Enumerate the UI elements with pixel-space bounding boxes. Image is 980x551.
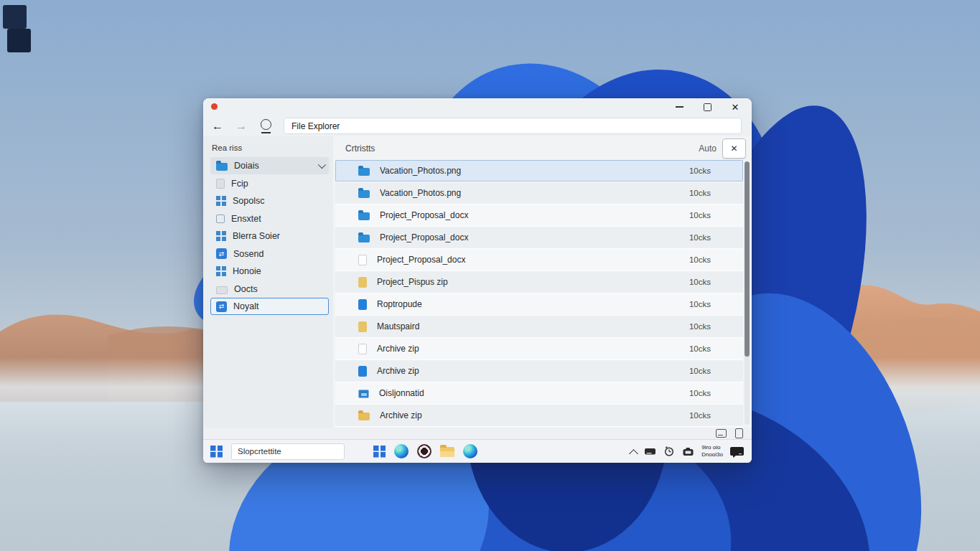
sidebar-item-icon: [216, 163, 228, 171]
circle-underline-icon[interactable]: [261, 119, 271, 133]
sidebar-item-label: Noyalt: [233, 301, 258, 311]
file-name: Project_Proposal_docx: [377, 255, 465, 265]
sidebar-item[interactable]: Oocts: [210, 281, 329, 298]
red-dot-icon: [211, 103, 218, 110]
scrollbar-thumb[interactable]: [745, 161, 750, 357]
auto-label: Auto: [699, 143, 717, 154]
sidebar-header: Rea riss: [210, 141, 329, 157]
forward-button[interactable]: →: [235, 121, 247, 132]
hidden-icons-chevron-icon[interactable]: [630, 448, 637, 455]
list-close-button[interactable]: ✕: [722, 138, 746, 159]
sidebar-item-icon: [216, 266, 226, 276]
file-size: 10cks: [689, 189, 711, 197]
sidebar-item[interactable]: Fcip: [210, 175, 329, 192]
display-icon[interactable]: [644, 446, 656, 456]
sidebar-item[interactable]: Honoie: [210, 263, 329, 280]
opera-browser-icon[interactable]: [417, 444, 431, 458]
sidebar-item-label: Sosend: [233, 249, 263, 259]
file-row[interactable]: Project_Proposal_docx 10cks: [335, 227, 743, 249]
file-row[interactable]: Archive zip 10cks: [335, 338, 743, 360]
tray-line2: Dnooi3o: [701, 451, 723, 458]
file-size: 10cks: [689, 278, 711, 286]
windows-logo-icon[interactable]: [373, 446, 386, 458]
taskbar-search-input[interactable]: Slopcrtettite: [231, 443, 345, 460]
edge-browser-icon[interactable]: [394, 444, 409, 458]
sidebar-item-icon: [216, 196, 226, 206]
address-bar[interactable]: File Explorer: [284, 118, 742, 134]
tray-line1: 9iro oio: [701, 444, 723, 451]
sidebar-item[interactable]: Ensxtet: [210, 210, 329, 227]
details-view-icon[interactable]: [716, 429, 727, 438]
file-size: 10cks: [689, 389, 711, 397]
file-row[interactable]: Project_Pispus zip 10cks: [335, 271, 743, 293]
file-size: 10cks: [689, 166, 711, 175]
taskbar-search-text: Slopcrtettite: [238, 447, 281, 456]
desktop: ✕ ← → File Explorer Rea riss Doiais: [0, 0, 980, 551]
file-name: Project_Proposal_docx: [380, 210, 468, 220]
file-explorer-icon[interactable]: [440, 447, 454, 457]
windows-start-icon[interactable]: [210, 446, 223, 458]
sidebar: Rea riss Doiais Fcip: [203, 136, 333, 428]
file-size: 10cks: [689, 255, 711, 264]
file-type-icon: [358, 299, 367, 310]
file-row[interactable]: Vacation_Photos.png 10cks: [335, 160, 743, 182]
file-size: 10cks: [689, 367, 711, 375]
file-row[interactable]: Project_Proposal_docx 10cks: [335, 249, 743, 271]
notification-icon[interactable]: [730, 446, 745, 458]
file-type-icon: [358, 235, 370, 242]
taskbar: Slopcrtettite: [203, 439, 752, 463]
back-button[interactable]: ←: [212, 121, 223, 132]
titlebar[interactable]: ✕: [203, 98, 752, 116]
edge-browser-icon[interactable]: [463, 444, 477, 458]
desktop-artifact-square: [7, 29, 31, 52]
minimize-button[interactable]: [674, 102, 684, 112]
file-row[interactable]: Mautspaird 10cks: [335, 316, 743, 338]
camera-icon[interactable]: [682, 446, 694, 457]
thumbnail-view-icon[interactable]: [735, 428, 743, 438]
sidebar-item-icon: [216, 179, 225, 189]
sidebar-item-label: Honoie: [233, 266, 261, 276]
tray-clock-text[interactable]: 9iro oio Dnooi3o: [701, 444, 723, 458]
address-text: File Explorer: [291, 121, 340, 131]
file-type-icon: [358, 255, 367, 265]
file-size: 10cks: [689, 211, 711, 220]
file-name: Vacation_Photos.png: [380, 166, 461, 176]
file-row[interactable]: Vacation_Photos.png 10cks: [335, 182, 743, 204]
file-row[interactable]: Roptropude 10cks: [335, 293, 743, 316]
file-size: 10cks: [689, 344, 711, 353]
clock-icon[interactable]: [663, 446, 675, 457]
sidebar-item-icon: [216, 231, 226, 241]
file-row[interactable]: Oisljonnatid 10cks: [335, 382, 743, 405]
sidebar-item[interactable]: Sosend: [210, 245, 329, 263]
scrollbar[interactable]: [745, 161, 750, 425]
file-name: Oisljonnatid: [379, 388, 424, 398]
close-button[interactable]: ✕: [730, 102, 740, 112]
file-type-icon: [358, 168, 370, 176]
file-row[interactable]: Archive zip 10cks: [335, 405, 743, 427]
file-type-icon: [358, 190, 370, 198]
file-name: Roptropude: [377, 299, 422, 309]
sidebar-item-label: Sopolsc: [233, 196, 264, 206]
file-name: Archive zip: [377, 366, 419, 376]
sidebar-item[interactable]: Sopolsc: [210, 192, 329, 209]
file-list-panel: Crtristts Auto ✕ Vacation_Photos.png 10c…: [333, 136, 752, 428]
sidebar-item[interactable]: Blerra Soier: [210, 227, 329, 245]
file-row[interactable]: Archive zip 10cks: [335, 360, 743, 382]
maximize-button[interactable]: [702, 102, 712, 112]
sidebar-item-icon: [216, 248, 227, 259]
navigation-bar: ← → File Explorer: [203, 116, 752, 136]
sidebar-item[interactable]: Doiais: [210, 157, 329, 174]
chevron-down-icon[interactable]: [318, 161, 326, 169]
sidebar-item[interactable]: Noyalt: [210, 298, 329, 315]
file-row[interactable]: Project_Proposal_docx 10cks: [335, 204, 743, 227]
file-type-icon: [358, 277, 367, 288]
sidebar-item-label: Doiais: [234, 161, 259, 171]
list-title: Crtristts: [345, 143, 375, 154]
system-tray: 9iro oio Dnooi3o: [630, 444, 745, 458]
file-type-icon: [358, 366, 367, 377]
file-name: Project_Pispus zip: [377, 277, 448, 287]
sidebar-item-label: Fcip: [231, 179, 248, 189]
sidebar-item-label: Ensxtet: [231, 214, 261, 224]
file-name: Mautspaird: [377, 321, 419, 331]
desktop-artifact-square: [3, 5, 27, 29]
